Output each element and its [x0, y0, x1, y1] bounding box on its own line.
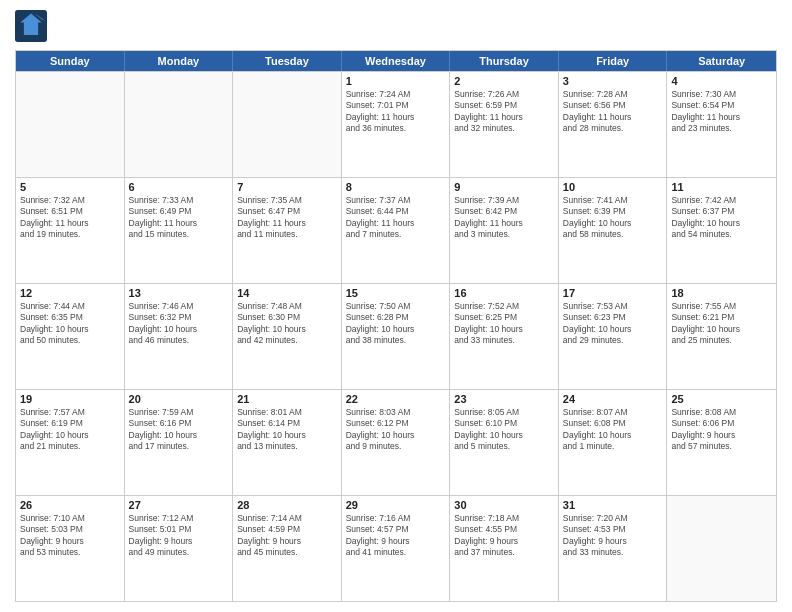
day-number: 8 — [346, 181, 446, 193]
day-number: 21 — [237, 393, 337, 405]
calendar-cell: 8Sunrise: 7:37 AM Sunset: 6:44 PM Daylig… — [342, 178, 451, 283]
calendar-row: 1Sunrise: 7:24 AM Sunset: 7:01 PM Daylig… — [16, 71, 776, 177]
calendar-row: 26Sunrise: 7:10 AM Sunset: 5:03 PM Dayli… — [16, 495, 776, 601]
day-number: 5 — [20, 181, 120, 193]
day-number: 29 — [346, 499, 446, 511]
day-number: 28 — [237, 499, 337, 511]
day-info: Sunrise: 7:48 AM Sunset: 6:30 PM Dayligh… — [237, 301, 337, 347]
day-number: 22 — [346, 393, 446, 405]
day-info: Sunrise: 7:57 AM Sunset: 6:19 PM Dayligh… — [20, 407, 120, 453]
day-info: Sunrise: 7:33 AM Sunset: 6:49 PM Dayligh… — [129, 195, 229, 241]
weekday-header: Sunday — [16, 51, 125, 71]
calendar-cell: 26Sunrise: 7:10 AM Sunset: 5:03 PM Dayli… — [16, 496, 125, 601]
calendar-cell: 20Sunrise: 7:59 AM Sunset: 6:16 PM Dayli… — [125, 390, 234, 495]
calendar: SundayMondayTuesdayWednesdayThursdayFrid… — [15, 50, 777, 602]
day-info: Sunrise: 8:08 AM Sunset: 6:06 PM Dayligh… — [671, 407, 772, 453]
calendar-cell: 23Sunrise: 8:05 AM Sunset: 6:10 PM Dayli… — [450, 390, 559, 495]
calendar-row: 5Sunrise: 7:32 AM Sunset: 6:51 PM Daylig… — [16, 177, 776, 283]
day-info: Sunrise: 7:35 AM Sunset: 6:47 PM Dayligh… — [237, 195, 337, 241]
day-info: Sunrise: 8:05 AM Sunset: 6:10 PM Dayligh… — [454, 407, 554, 453]
calendar-cell: 29Sunrise: 7:16 AM Sunset: 4:57 PM Dayli… — [342, 496, 451, 601]
day-number: 20 — [129, 393, 229, 405]
calendar-cell: 5Sunrise: 7:32 AM Sunset: 6:51 PM Daylig… — [16, 178, 125, 283]
weekday-header: Thursday — [450, 51, 559, 71]
calendar-cell: 31Sunrise: 7:20 AM Sunset: 4:53 PM Dayli… — [559, 496, 668, 601]
weekday-header: Tuesday — [233, 51, 342, 71]
day-number: 17 — [563, 287, 663, 299]
calendar-cell: 3Sunrise: 7:28 AM Sunset: 6:56 PM Daylig… — [559, 72, 668, 177]
day-number: 4 — [671, 75, 772, 87]
day-number: 23 — [454, 393, 554, 405]
calendar-cell: 25Sunrise: 8:08 AM Sunset: 6:06 PM Dayli… — [667, 390, 776, 495]
day-info: Sunrise: 7:18 AM Sunset: 4:55 PM Dayligh… — [454, 513, 554, 559]
day-info: Sunrise: 7:26 AM Sunset: 6:59 PM Dayligh… — [454, 89, 554, 135]
day-info: Sunrise: 7:53 AM Sunset: 6:23 PM Dayligh… — [563, 301, 663, 347]
calendar-cell — [667, 496, 776, 601]
logo — [15, 10, 51, 42]
weekday-header: Monday — [125, 51, 234, 71]
calendar-cell: 12Sunrise: 7:44 AM Sunset: 6:35 PM Dayli… — [16, 284, 125, 389]
calendar-cell: 10Sunrise: 7:41 AM Sunset: 6:39 PM Dayli… — [559, 178, 668, 283]
day-number: 13 — [129, 287, 229, 299]
day-info: Sunrise: 7:24 AM Sunset: 7:01 PM Dayligh… — [346, 89, 446, 135]
calendar-cell — [16, 72, 125, 177]
day-number: 2 — [454, 75, 554, 87]
calendar-cell: 11Sunrise: 7:42 AM Sunset: 6:37 PM Dayli… — [667, 178, 776, 283]
calendar-cell: 21Sunrise: 8:01 AM Sunset: 6:14 PM Dayli… — [233, 390, 342, 495]
calendar-cell: 1Sunrise: 7:24 AM Sunset: 7:01 PM Daylig… — [342, 72, 451, 177]
day-number: 19 — [20, 393, 120, 405]
logo-icon — [15, 10, 47, 42]
day-info: Sunrise: 7:46 AM Sunset: 6:32 PM Dayligh… — [129, 301, 229, 347]
calendar-header: SundayMondayTuesdayWednesdayThursdayFrid… — [16, 51, 776, 71]
day-number: 18 — [671, 287, 772, 299]
calendar-cell: 27Sunrise: 7:12 AM Sunset: 5:01 PM Dayli… — [125, 496, 234, 601]
day-info: Sunrise: 7:16 AM Sunset: 4:57 PM Dayligh… — [346, 513, 446, 559]
day-number: 7 — [237, 181, 337, 193]
day-info: Sunrise: 8:03 AM Sunset: 6:12 PM Dayligh… — [346, 407, 446, 453]
calendar-row: 19Sunrise: 7:57 AM Sunset: 6:19 PM Dayli… — [16, 389, 776, 495]
day-number: 14 — [237, 287, 337, 299]
day-number: 11 — [671, 181, 772, 193]
day-info: Sunrise: 7:44 AM Sunset: 6:35 PM Dayligh… — [20, 301, 120, 347]
day-number: 24 — [563, 393, 663, 405]
day-info: Sunrise: 7:10 AM Sunset: 5:03 PM Dayligh… — [20, 513, 120, 559]
calendar-cell: 9Sunrise: 7:39 AM Sunset: 6:42 PM Daylig… — [450, 178, 559, 283]
weekday-header: Friday — [559, 51, 668, 71]
calendar-cell: 18Sunrise: 7:55 AM Sunset: 6:21 PM Dayli… — [667, 284, 776, 389]
day-number: 9 — [454, 181, 554, 193]
day-number: 30 — [454, 499, 554, 511]
calendar-cell — [233, 72, 342, 177]
calendar-cell: 13Sunrise: 7:46 AM Sunset: 6:32 PM Dayli… — [125, 284, 234, 389]
calendar-cell: 30Sunrise: 7:18 AM Sunset: 4:55 PM Dayli… — [450, 496, 559, 601]
calendar-cell: 15Sunrise: 7:50 AM Sunset: 6:28 PM Dayli… — [342, 284, 451, 389]
calendar-cell: 16Sunrise: 7:52 AM Sunset: 6:25 PM Dayli… — [450, 284, 559, 389]
day-info: Sunrise: 7:30 AM Sunset: 6:54 PM Dayligh… — [671, 89, 772, 135]
day-number: 27 — [129, 499, 229, 511]
day-number: 1 — [346, 75, 446, 87]
calendar-cell: 14Sunrise: 7:48 AM Sunset: 6:30 PM Dayli… — [233, 284, 342, 389]
day-number: 3 — [563, 75, 663, 87]
day-info: Sunrise: 7:41 AM Sunset: 6:39 PM Dayligh… — [563, 195, 663, 241]
page: SundayMondayTuesdayWednesdayThursdayFrid… — [0, 0, 792, 612]
day-info: Sunrise: 7:55 AM Sunset: 6:21 PM Dayligh… — [671, 301, 772, 347]
calendar-body: 1Sunrise: 7:24 AM Sunset: 7:01 PM Daylig… — [16, 71, 776, 601]
day-info: Sunrise: 7:50 AM Sunset: 6:28 PM Dayligh… — [346, 301, 446, 347]
day-info: Sunrise: 7:39 AM Sunset: 6:42 PM Dayligh… — [454, 195, 554, 241]
header — [15, 10, 777, 42]
calendar-cell: 22Sunrise: 8:03 AM Sunset: 6:12 PM Dayli… — [342, 390, 451, 495]
day-info: Sunrise: 7:37 AM Sunset: 6:44 PM Dayligh… — [346, 195, 446, 241]
day-number: 26 — [20, 499, 120, 511]
day-info: Sunrise: 8:01 AM Sunset: 6:14 PM Dayligh… — [237, 407, 337, 453]
calendar-cell: 2Sunrise: 7:26 AM Sunset: 6:59 PM Daylig… — [450, 72, 559, 177]
calendar-cell: 17Sunrise: 7:53 AM Sunset: 6:23 PM Dayli… — [559, 284, 668, 389]
calendar-cell: 7Sunrise: 7:35 AM Sunset: 6:47 PM Daylig… — [233, 178, 342, 283]
day-number: 31 — [563, 499, 663, 511]
day-info: Sunrise: 7:14 AM Sunset: 4:59 PM Dayligh… — [237, 513, 337, 559]
calendar-cell: 19Sunrise: 7:57 AM Sunset: 6:19 PM Dayli… — [16, 390, 125, 495]
day-info: Sunrise: 7:20 AM Sunset: 4:53 PM Dayligh… — [563, 513, 663, 559]
day-info: Sunrise: 8:07 AM Sunset: 6:08 PM Dayligh… — [563, 407, 663, 453]
day-number: 25 — [671, 393, 772, 405]
day-info: Sunrise: 7:28 AM Sunset: 6:56 PM Dayligh… — [563, 89, 663, 135]
day-number: 6 — [129, 181, 229, 193]
day-info: Sunrise: 7:59 AM Sunset: 6:16 PM Dayligh… — [129, 407, 229, 453]
